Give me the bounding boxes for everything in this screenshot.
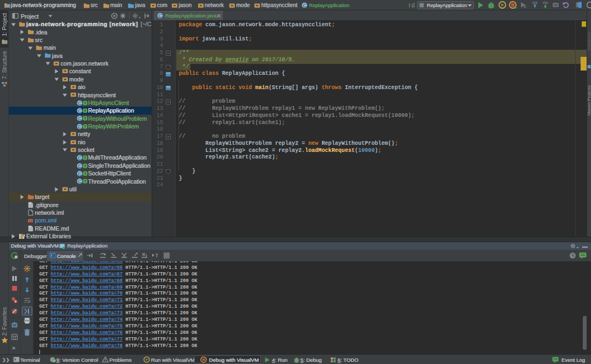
svg-text:C: C: [158, 13, 161, 19]
svg-text:C: C: [78, 124, 81, 129]
svg-text:C: C: [78, 179, 81, 184]
svg-text:C: C: [78, 155, 81, 161]
svg-text:C: C: [78, 108, 81, 114]
svg-text:C: C: [78, 100, 81, 105]
svg-text:C: C: [78, 163, 81, 168]
svg-text:VCS: VCS: [532, 2, 537, 4]
svg-text:C: C: [78, 116, 81, 121]
svg-text:C: C: [78, 171, 81, 177]
svg-text:VCS: VCS: [543, 2, 548, 4]
svg-text:C: C: [303, 3, 306, 8]
